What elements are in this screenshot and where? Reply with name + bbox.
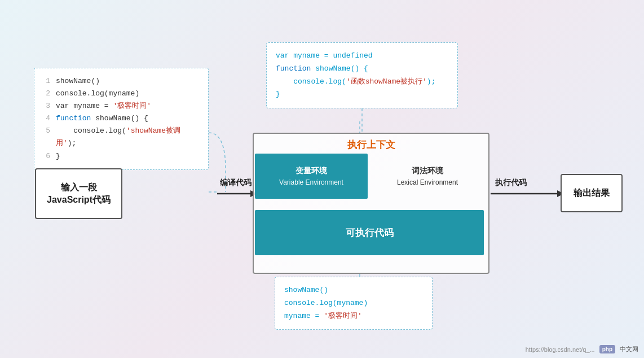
code-box-bottom: showName() console.log(myname) myname = …: [275, 277, 433, 330]
output-box: 输出结果: [561, 174, 623, 212]
code-line-5: 5 console.log('showName被调用');: [42, 125, 200, 150]
compile-code-label: 编译代码: [220, 178, 252, 188]
executable-code-box: 可执行代码: [255, 210, 484, 255]
php-badge: php: [599, 345, 615, 353]
exec-context-title: 执行上下文: [254, 134, 488, 155]
lex-env-label1: 词法环境: [412, 164, 443, 177]
code-line-4: 4 function showName() {: [42, 112, 200, 125]
input-box: 输入一段 JavaScript代码: [35, 168, 122, 219]
code-line-6: 6 }: [42, 150, 200, 163]
var-env-label1: 变量环境: [295, 164, 327, 177]
variable-environment-box: 变量环境 Variable Environment: [255, 154, 368, 199]
input-box-label: 输入一段 JavaScript代码: [47, 181, 111, 207]
lexical-environment-box: 词法环境 Lexical Environment: [371, 154, 484, 199]
var-env-label2: Variable Environment: [279, 177, 343, 188]
code-line-2: 2 console.log(myname): [42, 88, 200, 100]
code-line-1: 1 showName(): [42, 75, 200, 88]
exec-code-label: 可执行代码: [346, 226, 394, 239]
zhongwen-label: 中文网: [620, 345, 638, 353]
code-box-top: var myname = undefined function showName…: [266, 42, 458, 108]
execute-code-label: 执行代码: [495, 178, 527, 188]
output-box-label: 输出结果: [574, 187, 610, 199]
code-line-3: 3 var myname = '极客时间': [42, 100, 200, 112]
watermark: https://blog.csdn.net/q_... php 中文网: [526, 345, 638, 353]
watermark-url: https://blog.csdn.net/q_...: [526, 346, 595, 353]
code-box-left: 1 showName() 2 console.log(myname) 3 var…: [34, 68, 209, 170]
lex-env-label2: Lexical Environment: [397, 177, 458, 188]
